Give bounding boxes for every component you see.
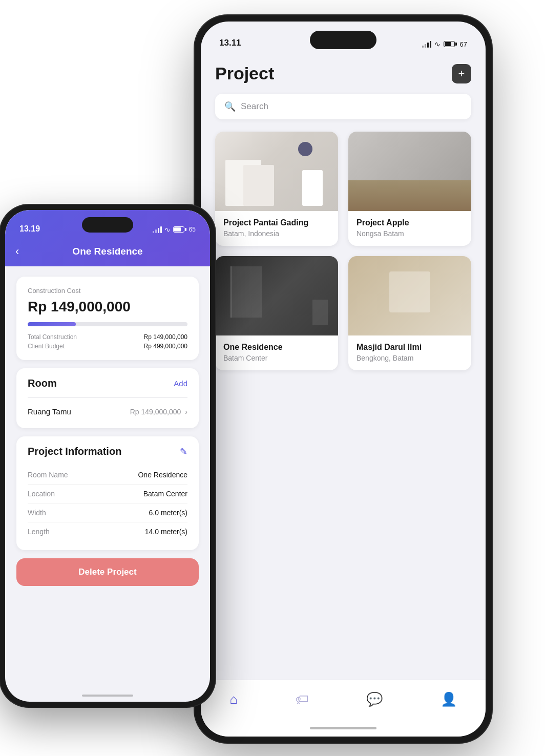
project-image-masjid [348, 256, 471, 335]
project-card-name-pantai-gading: Project Pantai Gading [223, 218, 330, 227]
progress-bar-wrap [28, 322, 187, 326]
project-card-location-pantai-gading: Batam, Indonesia [223, 229, 330, 238]
status-time-left: 13.19 [19, 224, 40, 234]
add-project-button[interactable]: + [452, 64, 471, 83]
search-bar[interactable]: 🔍 Search [215, 94, 471, 119]
project-card-info-masjid: Masjid Darul Ilmi Bengkong, Batam [348, 335, 471, 370]
left-content: Construction Cost Rp 149,000,000 Total C… [5, 266, 210, 671]
length-value: 14.0 meter(s) [145, 528, 187, 536]
info-row-width: Width 6.0 meter(s) [28, 503, 187, 522]
total-construction-value: Rp 149,000,000 [144, 333, 187, 341]
wifi-icon-right: ∿ [434, 40, 441, 48]
home-bar-left [82, 695, 133, 697]
project-image-pantai-gading [215, 132, 338, 211]
battery-icon-left [173, 226, 186, 233]
width-value: 6.0 meter(s) [149, 509, 187, 517]
total-construction-label: Total Construction [28, 333, 77, 341]
left-nav-bar: ‹ One Residence [5, 237, 210, 266]
room-title: Room [28, 377, 57, 389]
right-phone: 13.11 ∿ 67 [195, 15, 492, 743]
left-phone: 13.19 ∿ 65 [0, 205, 215, 707]
nav-item-chat[interactable]: 💬 [358, 688, 391, 710]
info-row-location: Location Batam Center [28, 485, 187, 503]
cost-label: Construction Cost [28, 287, 187, 295]
project-card-location-masjid: Bengkong, Batam [357, 354, 463, 362]
project-card-info-pantai-gading: Project Pantai Gading Batam, Indonesia [215, 211, 338, 246]
room-item-cost: Rp 149,000,000 [130, 408, 181, 416]
home-icon: ⌂ [229, 691, 238, 707]
cost-row-total: Total Construction Rp 149,000,000 [28, 333, 187, 341]
nav-item-home[interactable]: ⌂ [221, 688, 246, 710]
project-image-one-residence [215, 256, 338, 335]
cost-row-budget: Client Budget Rp 499,000,000 [28, 343, 187, 350]
project-header: Project + [215, 64, 471, 83]
length-label: Length [28, 528, 50, 536]
status-icons-right: ∿ 67 [422, 40, 467, 48]
battery-percent-right: 67 [460, 40, 467, 48]
room-card: Room Add Ruang Tamu Rp 149,000,000 › [16, 368, 199, 428]
project-card-name-apple: Project Apple [357, 218, 463, 227]
room-item-ruang-tamu[interactable]: Ruang Tamu Rp 149,000,000 › [28, 404, 187, 419]
client-budget-value: Rp 499,000,000 [144, 343, 187, 350]
room-name-label: Room Name [28, 471, 68, 479]
progress-bar-fill [28, 322, 76, 326]
nav-item-profile[interactable]: 👤 [432, 688, 465, 710]
location-label: Location [28, 490, 55, 498]
room-item-right: Rp 149,000,000 › [130, 408, 187, 416]
back-button[interactable]: ‹ [15, 245, 19, 258]
info-header: Project Information ✎ [28, 446, 187, 457]
status-icons-left: ∿ 65 [153, 225, 196, 234]
location-value: Batam Center [143, 490, 187, 498]
battery-percent-left: 65 [189, 226, 196, 233]
signal-icon-left [153, 226, 162, 233]
project-card-info-one-residence: One Residence Batam Center [215, 335, 338, 370]
project-card-name-masjid: Masjid Darul Ilmi [357, 343, 463, 352]
project-grid: Project Pantai Gading Batam, Indonesia P… [215, 132, 471, 381]
wifi-icon-left: ∿ [164, 225, 171, 234]
project-card-masjid[interactable]: Masjid Darul Ilmi Bengkong, Batam [348, 256, 471, 370]
search-placeholder: Search [241, 101, 268, 112]
project-card-pantai-gading[interactable]: Project Pantai Gading Batam, Indonesia [215, 132, 338, 246]
client-budget-label: Client Budget [28, 343, 65, 350]
room-add-button[interactable]: Add [174, 379, 187, 388]
room-item-name: Ruang Tamu [28, 407, 71, 416]
info-row-length: Length 14.0 meter(s) [28, 522, 187, 541]
edit-icon[interactable]: ✎ [180, 446, 187, 457]
cost-details: Total Construction Rp 149,000,000 Client… [28, 333, 187, 350]
battery-icon-right [444, 41, 457, 47]
profile-icon: 👤 [441, 691, 457, 707]
project-card-info-apple: Project Apple Nongsa Batam [348, 211, 471, 246]
nav-item-tag[interactable]: 🏷 [287, 688, 317, 710]
project-title: Project [215, 64, 274, 83]
home-bar-right [310, 727, 376, 729]
status-time-right: 13.11 [219, 38, 241, 48]
info-row-room-name: Room Name One Residence [28, 466, 187, 485]
dynamic-island-right [310, 31, 376, 49]
room-name-value: One Residence [138, 471, 187, 479]
room-item-chevron: › [185, 408, 187, 416]
tag-icon: 🏷 [296, 691, 309, 707]
construction-cost-card: Construction Cost Rp 149,000,000 Total C… [16, 277, 199, 360]
left-screen-title: One Residence [72, 246, 142, 257]
room-header: Room Add [28, 377, 187, 389]
delete-project-button[interactable]: Delete Project [16, 558, 199, 586]
project-card-apple[interactable]: Project Apple Nongsa Batam [348, 132, 471, 246]
project-card-location-one-residence: Batam Center [223, 354, 330, 362]
project-card-location-apple: Nongsa Batam [357, 229, 463, 238]
right-content: Project + 🔍 Search Pr [201, 52, 486, 680]
chat-icon: 💬 [366, 691, 383, 707]
room-divider [28, 397, 187, 398]
cost-amount: Rp 149,000,000 [28, 299, 187, 315]
project-card-name-one-residence: One Residence [223, 343, 330, 352]
project-image-apple [348, 132, 471, 211]
info-title: Project Information [28, 446, 121, 457]
width-label: Width [28, 509, 46, 517]
project-info-card: Project Information ✎ Room Name One Resi… [16, 436, 199, 550]
dynamic-island-left [82, 217, 133, 233]
search-icon: 🔍 [224, 101, 236, 112]
project-card-one-residence[interactable]: One Residence Batam Center [215, 256, 338, 370]
signal-icon-right [422, 40, 431, 48]
